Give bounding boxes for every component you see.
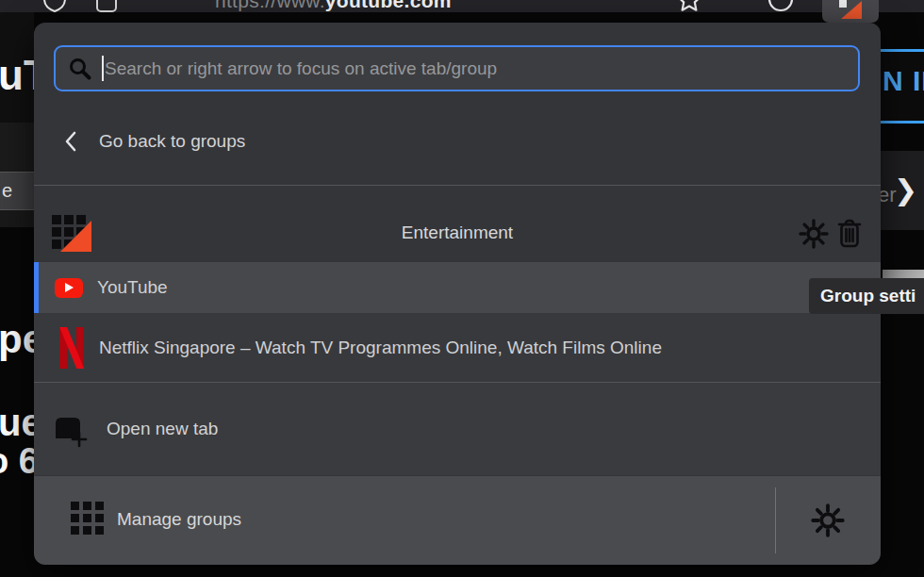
url-scheme: https://www.: [215, 0, 325, 11]
tab-groups-extension-icon: [839, 0, 862, 19]
tab-row-youtube[interactable]: YouTube: [34, 262, 881, 313]
bookmark-star-icon[interactable]: [675, 0, 703, 12]
page-search-fragment: e sc: [0, 172, 35, 210]
page-heading-fragment-3: o 6: [0, 441, 39, 482]
tab-row-netflix[interactable]: Netflix Singapore – Watch TV Programmes …: [34, 313, 881, 382]
page-band-fragment: [0, 123, 34, 172]
profile-icon[interactable]: [767, 0, 795, 12]
signin-button-fragment[interactable]: N IN: [881, 49, 924, 124]
search-icon: [68, 57, 92, 81]
url-bar[interactable]: https://www.youtube.com: [215, 0, 452, 12]
manage-groups-grid-icon: [71, 502, 104, 535]
group-settings-tooltip: Group setti: [809, 278, 924, 314]
group-settings-gear-icon[interactable]: [799, 219, 829, 249]
chevron-left-icon: [63, 130, 78, 153]
group-title: Entertainment: [34, 206, 881, 262]
go-back-label: Go back to groups: [99, 131, 245, 152]
page-icon[interactable]: [94, 0, 119, 12]
new-tab-icon: [50, 410, 91, 448]
scroll-right-chevron-icon[interactable]: ❯: [894, 173, 917, 206]
browser-toolbar: https://www.youtube.com: [0, 0, 924, 12]
screen: https://www.youtube.com uTu e sc pe ue o…: [0, 0, 924, 577]
go-back-button[interactable]: Go back to groups: [34, 117, 881, 166]
divider: [34, 185, 881, 186]
text-caret: [102, 56, 104, 81]
settings-gear-icon[interactable]: [811, 503, 845, 537]
delete-group-trash-icon[interactable]: [837, 219, 862, 249]
extension-button[interactable]: [822, 0, 879, 23]
footer-divider: [775, 487, 776, 553]
manage-groups-button[interactable]: Manage groups: [117, 476, 241, 565]
youtube-favicon: [55, 278, 83, 298]
search-placeholder: Search or right arrow to focus on active…: [105, 58, 497, 79]
tab-label: YouTube: [97, 277, 168, 298]
tab-label: Netflix Singapore – Watch TV Programmes …: [99, 338, 662, 358]
shield-icon[interactable]: [41, 0, 68, 12]
search-input[interactable]: Search or right arrow to focus on active…: [54, 45, 860, 91]
popup-footer: Manage groups: [34, 476, 881, 565]
open-new-tab-button[interactable]: Open new tab: [34, 383, 881, 475]
open-new-tab-label: Open new tab: [107, 419, 218, 439]
group-header: Entertainment: [34, 206, 881, 262]
netflix-favicon: [59, 327, 84, 369]
page-band-fragment-2: [0, 210, 34, 227]
tab-groups-popup: Search or right arrow to focus on active…: [34, 23, 881, 565]
url-domain: youtube.com: [325, 0, 452, 11]
